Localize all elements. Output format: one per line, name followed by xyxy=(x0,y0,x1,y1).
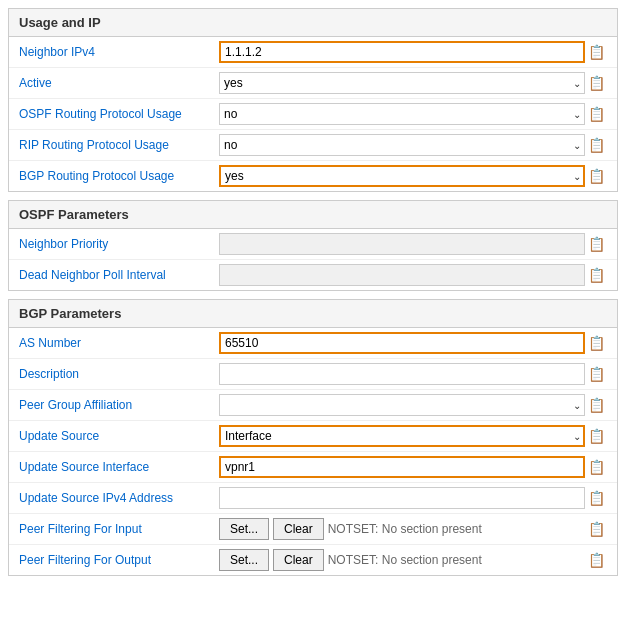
peer-filtering-output-group: Set... Clear NOTSET: No section present xyxy=(219,549,585,571)
peer-filtering-input-clear-button[interactable]: Clear xyxy=(273,518,324,540)
as-number-control xyxy=(219,332,585,354)
neighbor-ipv4-icon[interactable]: 📋 xyxy=(585,41,607,63)
ospf-parameters-title: OSPF Parameters xyxy=(19,207,129,222)
rip-routing-label: RIP Routing Protocol Usage xyxy=(19,138,219,152)
rip-routing-select-wrapper: no yes ⌄ xyxy=(219,134,585,156)
update-source-interface-label: Update Source Interface xyxy=(19,460,219,474)
update-source-interface-input[interactable] xyxy=(219,456,585,478)
bgp-parameters-header: BGP Parameters xyxy=(9,300,617,328)
peer-filtering-input-control: Set... Clear NOTSET: No section present xyxy=(219,518,585,540)
active-icon[interactable]: 📋 xyxy=(585,72,607,94)
usage-and-ip-title: Usage and IP xyxy=(19,15,101,30)
update-source-interface-control xyxy=(219,456,585,478)
bgp-routing-icon[interactable]: 📋 xyxy=(585,165,607,187)
rip-routing-select[interactable]: no yes xyxy=(219,134,585,156)
peer-group-select[interactable] xyxy=(219,394,585,416)
active-select[interactable]: yes no xyxy=(219,72,585,94)
bgp-routing-label: BGP Routing Protocol Usage xyxy=(19,169,219,183)
bgp-routing-row: BGP Routing Protocol Usage yes no ⌄ 📋 xyxy=(9,161,617,191)
update-source-select[interactable]: Interface IPv4 Address xyxy=(219,425,585,447)
dead-neighbor-row: Dead Neighbor Poll Interval 📋 xyxy=(9,260,617,290)
peer-filtering-output-label: Peer Filtering For Output xyxy=(19,553,219,567)
neighbor-priority-control xyxy=(219,233,585,255)
update-source-label: Update Source xyxy=(19,429,219,443)
active-label: Active xyxy=(19,76,219,90)
update-source-interface-row: Update Source Interface 📋 xyxy=(9,452,617,483)
bgp-routing-control: yes no ⌄ xyxy=(219,165,585,187)
description-label: Description xyxy=(19,367,219,381)
peer-group-icon[interactable]: 📋 xyxy=(585,394,607,416)
peer-group-select-wrapper: ⌄ xyxy=(219,394,585,416)
neighbor-priority-label: Neighbor Priority xyxy=(19,237,219,251)
peer-group-control: ⌄ xyxy=(219,394,585,416)
ospf-routing-select-wrapper: no yes ⌄ xyxy=(219,103,585,125)
ospf-routing-label: OSPF Routing Protocol Usage xyxy=(19,107,219,121)
neighbor-ipv4-input[interactable] xyxy=(219,41,585,63)
update-source-ipv4-input[interactable] xyxy=(219,487,585,509)
ospf-parameters-section: OSPF Parameters Neighbor Priority 📋 Dead… xyxy=(8,200,618,291)
peer-filtering-output-icon[interactable]: 📋 xyxy=(585,549,607,571)
ospf-parameters-header: OSPF Parameters xyxy=(9,201,617,229)
peer-filtering-input-group: Set... Clear NOTSET: No section present xyxy=(219,518,585,540)
peer-filtering-output-notset: NOTSET: No section present xyxy=(328,553,482,567)
peer-filtering-input-row: Peer Filtering For Input Set... Clear NO… xyxy=(9,514,617,545)
description-row: Description 📋 xyxy=(9,359,617,390)
peer-filtering-input-icon[interactable]: 📋 xyxy=(585,518,607,540)
neighbor-ipv4-control xyxy=(219,41,585,63)
update-source-ipv4-icon[interactable]: 📋 xyxy=(585,487,607,509)
ospf-routing-row: OSPF Routing Protocol Usage no yes ⌄ 📋 xyxy=(9,99,617,130)
as-number-icon[interactable]: 📋 xyxy=(585,332,607,354)
peer-filtering-output-control: Set... Clear NOTSET: No section present xyxy=(219,549,585,571)
peer-filtering-input-label: Peer Filtering For Input xyxy=(19,522,219,536)
active-row: Active yes no ⌄ 📋 xyxy=(9,68,617,99)
peer-filtering-output-set-button[interactable]: Set... xyxy=(219,549,269,571)
neighbor-ipv4-label: Neighbor IPv4 xyxy=(19,45,219,59)
usage-and-ip-section: Usage and IP Neighbor IPv4 📋 Active yes … xyxy=(8,8,618,192)
peer-filtering-input-set-button[interactable]: Set... xyxy=(219,518,269,540)
ospf-routing-select[interactable]: no yes xyxy=(219,103,585,125)
update-source-interface-icon[interactable]: 📋 xyxy=(585,456,607,478)
update-source-control: Interface IPv4 Address ⌄ xyxy=(219,425,585,447)
rip-routing-control: no yes ⌄ xyxy=(219,134,585,156)
bgp-routing-select[interactable]: yes no xyxy=(219,165,585,187)
as-number-row: AS Number 📋 xyxy=(9,328,617,359)
description-input[interactable] xyxy=(219,363,585,385)
rip-routing-icon[interactable]: 📋 xyxy=(585,134,607,156)
bgp-parameters-title: BGP Parameters xyxy=(19,306,121,321)
as-number-label: AS Number xyxy=(19,336,219,350)
neighbor-priority-row: Neighbor Priority 📋 xyxy=(9,229,617,260)
peer-group-row: Peer Group Affiliation ⌄ 📋 xyxy=(9,390,617,421)
ospf-routing-icon[interactable]: 📋 xyxy=(585,103,607,125)
dead-neighbor-label: Dead Neighbor Poll Interval xyxy=(19,268,219,282)
peer-filtering-output-clear-button[interactable]: Clear xyxy=(273,549,324,571)
peer-filtering-output-row: Peer Filtering For Output Set... Clear N… xyxy=(9,545,617,575)
neighbor-priority-disabled xyxy=(219,233,585,255)
update-source-select-wrapper: Interface IPv4 Address ⌄ xyxy=(219,425,585,447)
peer-group-label: Peer Group Affiliation xyxy=(19,398,219,412)
dead-neighbor-control xyxy=(219,264,585,286)
update-source-icon[interactable]: 📋 xyxy=(585,425,607,447)
description-control xyxy=(219,363,585,385)
dead-neighbor-disabled xyxy=(219,264,585,286)
neighbor-priority-icon[interactable]: 📋 xyxy=(585,233,607,255)
neighbor-ipv4-row: Neighbor IPv4 📋 xyxy=(9,37,617,68)
description-icon[interactable]: 📋 xyxy=(585,363,607,385)
bgp-routing-select-wrapper: yes no ⌄ xyxy=(219,165,585,187)
update-source-ipv4-label: Update Source IPv4 Address xyxy=(19,491,219,505)
ospf-routing-control: no yes ⌄ xyxy=(219,103,585,125)
usage-and-ip-header: Usage and IP xyxy=(9,9,617,37)
active-select-wrapper: yes no ⌄ xyxy=(219,72,585,94)
as-number-input[interactable] xyxy=(219,332,585,354)
update-source-ipv4-control xyxy=(219,487,585,509)
rip-routing-row: RIP Routing Protocol Usage no yes ⌄ 📋 xyxy=(9,130,617,161)
dead-neighbor-icon[interactable]: 📋 xyxy=(585,264,607,286)
update-source-ipv4-row: Update Source IPv4 Address 📋 xyxy=(9,483,617,514)
bgp-parameters-section: BGP Parameters AS Number 📋 Description 📋… xyxy=(8,299,618,576)
update-source-row: Update Source Interface IPv4 Address ⌄ 📋 xyxy=(9,421,617,452)
peer-filtering-input-notset: NOTSET: No section present xyxy=(328,522,482,536)
active-control: yes no ⌄ xyxy=(219,72,585,94)
